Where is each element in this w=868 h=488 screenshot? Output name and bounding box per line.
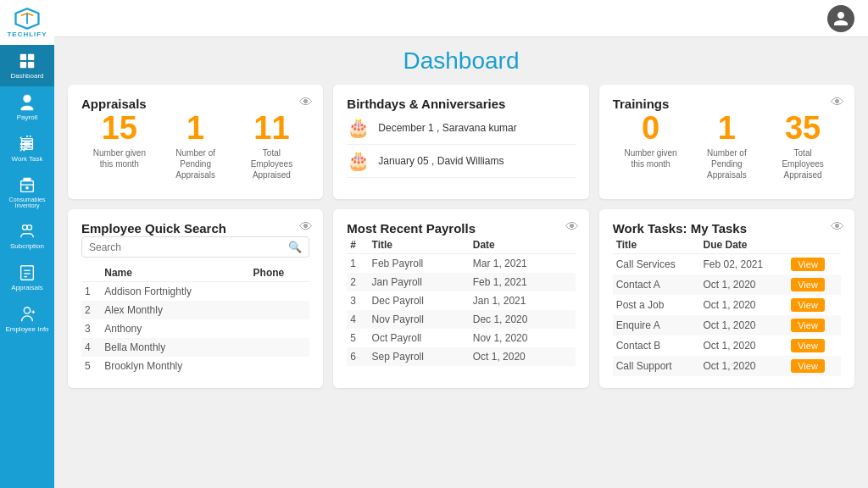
svg-rect-3	[28, 62, 34, 68]
task-due: Oct 1, 2020	[699, 295, 787, 315]
emp-num: 1	[81, 282, 101, 302]
task-due: Oct 1, 2020	[699, 274, 787, 295]
trainings-stats: 0 Number given this month 1 Number of Pe…	[613, 112, 841, 180]
trainings-label-0: Number given this month	[621, 147, 681, 169]
table-row: Call SupportOct 1, 2020View	[613, 356, 841, 376]
worktask-icon	[18, 135, 36, 153]
emp-num: 2	[81, 301, 101, 319]
payroll-title: Sep Payroll	[369, 347, 470, 366]
payrolls-card: Most Recent Payrolls 👁 # Title Date 1Feb…	[333, 209, 588, 388]
employee-search-eye-icon[interactable]: 👁	[299, 219, 313, 235]
sidebar-item-subscription[interactable]: Subcription	[0, 215, 54, 257]
table-row: Post a JobOct 1, 2020View	[613, 295, 841, 315]
emp-col-num	[81, 264, 101, 282]
worktasks-card-title: Work Tasks: My Tasks	[613, 221, 747, 236]
emp-name: Anthony	[101, 319, 249, 338]
birthdays-card: Birthdays & Anniversaries 🎂 December 1 ,…	[333, 85, 588, 199]
trainings-value-2: 35	[785, 112, 821, 144]
emp-num: 3	[81, 319, 101, 338]
payroll-date: Dec 1, 2020	[470, 310, 576, 329]
payroll-table: # Title Date 1Feb PayrollMar 1, 20212Jan…	[347, 236, 575, 366]
user-avatar[interactable]	[827, 5, 854, 32]
task-action: View	[787, 336, 841, 356]
task-title: Post a Job	[613, 295, 700, 315]
task-col-title: Title	[613, 236, 700, 254]
payroll-col-title: Title	[369, 236, 470, 254]
birthday-item-0: 🎂 December 1 , Saravana kumar	[347, 112, 575, 145]
employee-search-title: Employee Quick Search	[81, 221, 226, 236]
task-action: View	[787, 315, 841, 336]
appraisals-stats: 15 Number given this month 1 Number of P…	[81, 112, 309, 180]
payrolls-eye-icon[interactable]: 👁	[565, 219, 579, 235]
emp-phone	[250, 319, 310, 338]
birthday-cake-icon-0: 🎂	[347, 117, 370, 139]
logo-text: TECHLIFY	[7, 30, 47, 38]
appraisals-eye-icon[interactable]: 👁	[299, 95, 313, 110]
emp-col-phone: Phone	[250, 264, 310, 282]
appraisals-label-2: Total Employees Appraised	[242, 147, 301, 180]
view-button[interactable]: View	[791, 339, 825, 352]
appraisals-stat-0: 15 Number given this month	[90, 112, 149, 180]
appraisals-label-1: Number of Pending Appraisals	[166, 147, 225, 180]
payrolls-card-title: Most Recent Payrolls	[347, 221, 476, 236]
appraisals-card: Appraisals 👁 15 Number given this month …	[68, 85, 323, 199]
appraisals-stat-1: 1 Number of Pending Appraisals	[166, 112, 225, 180]
payroll-num: 1	[347, 254, 368, 274]
payroll-date: Oct 1, 2020	[470, 347, 576, 366]
view-button[interactable]: View	[791, 359, 825, 373]
payroll-date: Jan 1, 2021	[470, 291, 576, 310]
birthday-text-1: January 05 , David Williams	[378, 155, 504, 167]
tasks-table: Title Due Date Call ServicesFeb 02, 2021…	[613, 236, 841, 376]
worktasks-card: Work Tasks: My Tasks 👁 Title Due Date Ca…	[599, 209, 854, 388]
payroll-title: Oct Payroll	[369, 329, 470, 347]
table-row: 4Nov PayrollDec 1, 2020	[347, 310, 575, 329]
table-row: 3Anthony	[81, 319, 309, 338]
search-input[interactable]	[89, 241, 288, 253]
main-content: Dashboard Appraisals 👁 15 Number given t…	[54, 0, 868, 488]
sidebar-item-worktask[interactable]: Work Task	[0, 128, 54, 169]
trainings-eye-icon[interactable]: 👁	[831, 95, 844, 110]
view-button[interactable]: View	[791, 319, 825, 332]
appraisals-value-0: 15	[102, 112, 137, 144]
trainings-value-0: 0	[642, 112, 659, 144]
task-action: View	[787, 356, 841, 376]
dashboard-area: Dashboard Appraisals 👁 15 Number given t…	[54, 37, 868, 488]
birthday-text-0: December 1 , Saravana kumar	[378, 122, 516, 134]
table-row: 2Jan PayrollFeb 1, 2021	[347, 273, 575, 291]
worktasks-eye-icon[interactable]: 👁	[831, 219, 844, 235]
sidebar-item-payroll[interactable]: Payroll	[0, 86, 54, 128]
sidebar-label-consumables: Consumables Inventory	[3, 197, 51, 208]
payroll-date: Feb 1, 2021	[470, 273, 576, 291]
emp-phone	[250, 301, 310, 319]
task-due: Oct 1, 2020	[699, 356, 787, 376]
employee-table: Name Phone 1Addison Fortnightly2Alex Mon…	[81, 264, 309, 375]
sidebar-item-appraisals[interactable]: Appraisals	[0, 257, 54, 298]
view-button[interactable]: View	[791, 298, 825, 312]
sidebar-item-dashboard[interactable]: Dashboard	[0, 45, 54, 86]
view-button[interactable]: View	[791, 278, 825, 291]
emp-phone	[250, 338, 310, 357]
trainings-card: Trainings 👁 0 Number given this month 1 …	[599, 85, 854, 199]
emp-phone	[250, 282, 310, 302]
emp-name: Bella Monthly	[101, 338, 249, 357]
payroll-num: 2	[347, 273, 368, 291]
view-button[interactable]: View	[791, 258, 825, 271]
sidebar-label-employee: Employee Info	[5, 325, 48, 333]
sidebar-item-employee[interactable]: Employee Info	[0, 298, 54, 340]
appraisals-icon	[18, 263, 36, 282]
emp-num: 5	[81, 357, 101, 375]
task-title: Enquire A	[613, 315, 700, 336]
dashboard-grid: Appraisals 👁 15 Number given this month …	[68, 85, 854, 388]
sidebar-item-consumables[interactable]: Consumables Inventory	[0, 169, 54, 215]
payroll-icon	[18, 93, 36, 112]
sidebar-label-worktask: Work Task	[11, 155, 42, 163]
logo-icon	[12, 7, 42, 30]
table-row: Enquire AOct 1, 2020View	[613, 315, 841, 336]
table-row: 2Alex Monthly	[81, 301, 309, 319]
trainings-stat-2: 35 Total Employees Appraised	[773, 112, 832, 180]
task-title: Contact A	[613, 274, 700, 295]
sidebar-label-payroll: Payroll	[17, 114, 37, 121]
birthdays-card-title: Birthdays & Anniversaries	[347, 97, 505, 111]
sidebar-label-subscription: Subcription	[10, 242, 44, 250]
search-box: 🔍	[81, 236, 309, 258]
